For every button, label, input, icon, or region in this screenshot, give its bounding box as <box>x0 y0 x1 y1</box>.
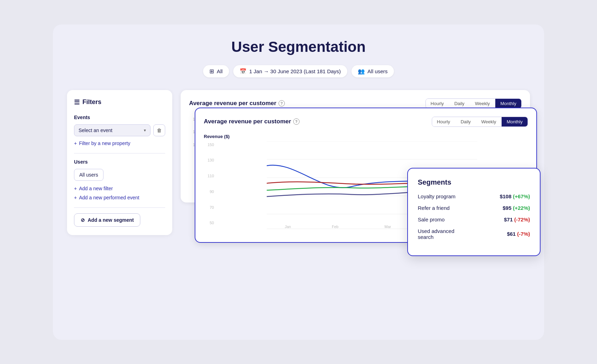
fg-tab-daily[interactable]: Daily <box>456 117 476 126</box>
svg-text:Feb: Feb <box>332 225 338 229</box>
fg-chart-title: Average revenue per customer ? <box>204 118 300 125</box>
segment-value-refer: $95 (+22%) <box>503 205 530 211</box>
delete-event-button[interactable]: 🗑 <box>153 124 165 136</box>
add-segment-label: Add a new segment <box>88 217 134 223</box>
add-performed-event-link[interactable]: + Add a new performed event <box>74 195 165 200</box>
segment-name-refer: Refer a friend <box>418 205 450 211</box>
segment-value-search: $61 (-7%) <box>507 231 530 237</box>
filters-icon: ☰ <box>74 98 80 106</box>
bg-tab-daily[interactable]: Daily <box>449 99 469 108</box>
segment-value-sale: $71 (-72%) <box>504 217 530 222</box>
app-container: User Segmentation ⊞ All 📅 1 Jan → 30 Jun… <box>53 25 544 340</box>
svg-text:Mar: Mar <box>384 225 391 229</box>
bg-tab-hourly[interactable]: Hourly <box>426 99 449 108</box>
segment-name-search: Used advancedsearch <box>418 228 454 240</box>
segment-icon: ⊘ <box>81 217 85 223</box>
events-section: Events Select an event ▾ 🗑 + Filter by a… <box>74 115 165 146</box>
bg-tab-monthly[interactable]: Monthly <box>495 99 521 108</box>
segment-row-search: Used advancedsearch $61 (-7%) <box>418 228 530 240</box>
all-filter-btn[interactable]: ⊞ All <box>203 65 229 77</box>
fg-tab-hourly[interactable]: Hourly <box>432 117 455 126</box>
info-icon: ? <box>279 100 285 107</box>
add-property-label: Filter by a new property <box>79 140 130 146</box>
add-segment-button[interactable]: ⊘ Add a new segment <box>74 213 140 227</box>
plus-icon: + <box>74 140 77 146</box>
page-title: User Segmentation <box>67 39 530 55</box>
all-users-tag: All users <box>74 169 103 181</box>
all-filter-label: All <box>217 68 223 74</box>
monitor-icon: ⊞ <box>209 68 214 75</box>
svg-text:Jan: Jan <box>285 225 291 229</box>
y-axis-title: Revenue ($) <box>204 134 528 139</box>
users-icon: 👥 <box>358 68 365 75</box>
segment-row-refer: Refer a friend $95 (+22%) <box>418 205 530 211</box>
event-select-dropdown[interactable]: Select an event ▾ <box>74 124 150 136</box>
fg-info-icon: ? <box>293 118 300 125</box>
fg-time-tabs: Hourly Daily Weekly Monthly <box>432 117 528 127</box>
add-filter-link[interactable]: + Add a new filter <box>74 186 165 191</box>
event-select-text: Select an event <box>79 128 113 133</box>
segment-row-loyalty: Loyalty program $108 (+67%) <box>418 193 530 199</box>
main-content: ☰ Filters Events Select an event ▾ 🗑 + <box>67 90 530 235</box>
trash-icon: 🗑 <box>157 128 162 133</box>
plus-icon-2: + <box>74 186 77 191</box>
segment-name-sale: Sale promo <box>418 217 445 222</box>
calendar-icon: 📅 <box>240 68 247 75</box>
users-section: Users All users + Add a new filter + Add… <box>74 159 165 200</box>
bg-time-tabs: Hourly Daily Weekly Monthly <box>425 98 522 109</box>
segment-name-loyalty: Loyalty program <box>418 193 456 199</box>
events-section-title: Events <box>74 115 165 120</box>
segments-title: Segments <box>418 178 530 186</box>
chart-area: Average revenue per customer ? Hourly Da… <box>181 90 530 235</box>
filters-title: Filters <box>82 98 101 106</box>
chevron-down-icon: ▾ <box>144 128 146 133</box>
date-filter-label: 1 Jan → 30 June 2023 (Last 181 Days) <box>249 68 341 74</box>
add-property-link[interactable]: + Filter by a new property <box>74 140 165 146</box>
bg-chart-header: Average revenue per customer ? Hourly Da… <box>189 98 522 109</box>
add-filter-label: Add a new filter <box>79 186 113 191</box>
bg-tab-weekly[interactable]: Weekly <box>470 99 495 108</box>
users-filter-label: All users <box>368 68 388 74</box>
plus-icon-3: + <box>74 195 77 200</box>
top-filters-bar: ⊞ All 📅 1 Jan → 30 June 2023 (Last 181 D… <box>67 65 530 77</box>
date-filter-btn[interactable]: 📅 1 Jan → 30 June 2023 (Last 181 Days) <box>233 65 347 77</box>
segment-row-sale: Sale promo $71 (-72%) <box>418 217 530 222</box>
filters-panel: ☰ Filters Events Select an event ▾ 🗑 + <box>67 90 172 235</box>
add-event-label: Add a new performed event <box>79 195 139 200</box>
divider <box>74 153 165 153</box>
filters-header: ☰ Filters <box>74 98 165 106</box>
users-filter-btn[interactable]: 👥 All users <box>351 65 394 77</box>
fg-tab-weekly[interactable]: Weekly <box>476 117 501 126</box>
fg-chart-header: Average revenue per customer ? Hourly Da… <box>204 117 528 127</box>
event-select-row: Select an event ▾ 🗑 <box>74 124 165 136</box>
fg-tab-monthly[interactable]: Monthly <box>502 117 528 126</box>
segments-popup: Segments Loyalty program $108 (+67%) Ref… <box>407 168 541 256</box>
users-section-title: Users <box>74 159 165 165</box>
segment-value-loyalty: $108 (+67%) <box>500 193 530 199</box>
bg-chart-title: Average revenue per customer ? <box>189 100 285 107</box>
divider-2 <box>74 207 165 208</box>
